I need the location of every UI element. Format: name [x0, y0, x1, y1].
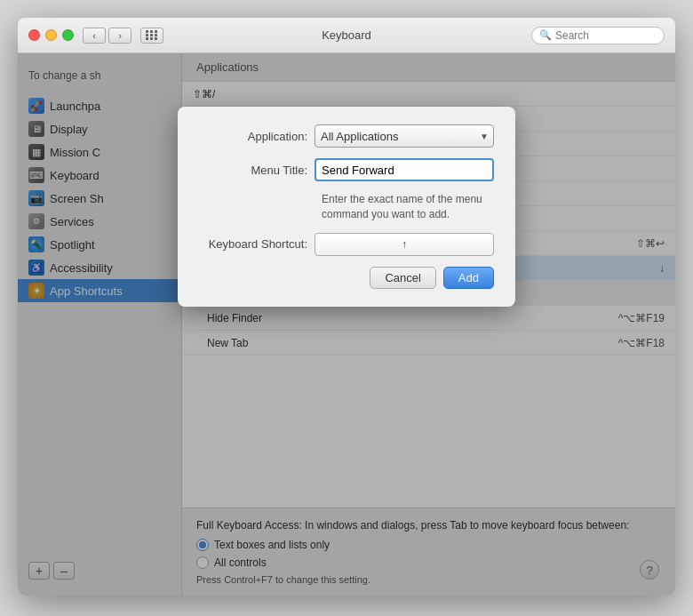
traffic-lights — [28, 29, 74, 41]
titlebar: ‹ › Keyboard 🔍 — [18, 18, 675, 53]
forward-button[interactable]: › — [108, 28, 131, 44]
modal-dialog: Application: All Applications ▼ Menu Tit… — [178, 107, 515, 307]
content-area: To change a sh 🚀 Launchpa 🖥 Display ▦ Mi… — [18, 53, 675, 596]
search-box[interactable]: 🔍 — [531, 27, 665, 44]
modal-menutitle-row: Menu Title: — [199, 158, 494, 181]
modal-shortcut-row: Keyboard Shortcut: ↑ — [199, 233, 494, 256]
grid-icon — [146, 30, 158, 40]
application-select-value: All Applications — [321, 130, 398, 143]
modal-application-row: Application: All Applications ▼ — [199, 124, 494, 148]
cancel-button[interactable]: Cancel — [370, 267, 435, 289]
shortcut-input[interactable]: ↑ — [315, 233, 494, 256]
grid-button[interactable] — [140, 28, 163, 44]
modal-shortcut-label: Keyboard Shortcut: — [199, 237, 315, 251]
nav-buttons: ‹ › — [83, 28, 131, 44]
shortcut-value: ↑ — [402, 238, 407, 251]
modal-hint: Enter the exact name of the menu command… — [322, 192, 494, 222]
menu-title-input[interactable] — [315, 158, 494, 181]
application-select[interactable]: All Applications — [315, 124, 494, 148]
modal-buttons: Cancel Add — [199, 267, 494, 289]
search-input[interactable] — [555, 29, 657, 42]
window-title: Keyboard — [322, 28, 371, 42]
back-button[interactable]: ‹ — [83, 28, 106, 44]
main-window: ‹ › Keyboard 🔍 To change a sh 🚀 Launchpa — [18, 18, 675, 596]
modal-menutitle-label: Menu Title: — [199, 164, 315, 177]
search-icon: 🔍 — [539, 29, 552, 41]
minimize-button[interactable] — [45, 29, 57, 41]
close-button[interactable] — [28, 29, 40, 41]
modal-application-label: Application: — [199, 130, 315, 143]
add-button[interactable]: Add — [443, 267, 494, 289]
maximize-button[interactable] — [62, 29, 74, 41]
modal-overlay: Application: All Applications ▼ Menu Tit… — [18, 53, 675, 596]
application-select-wrapper[interactable]: All Applications ▼ — [315, 124, 494, 148]
